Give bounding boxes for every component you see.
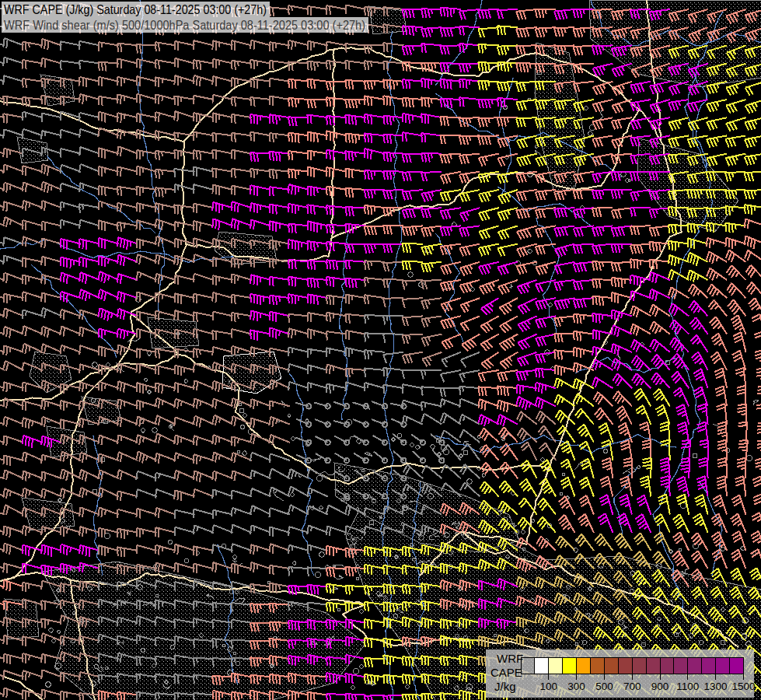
svg-text:700: 700 [623, 681, 641, 692]
svg-text:J/kg: J/kg [494, 680, 516, 693]
svg-text:100: 100 [540, 681, 558, 692]
svg-text:1500: 1500 [731, 681, 755, 692]
svg-text:WRF Wind shear (m/s) 500/1000h: WRF Wind shear (m/s) 500/1000hPa Saturda… [4, 18, 365, 33]
svg-text:CAPE: CAPE [490, 666, 522, 679]
svg-text:900: 900 [651, 681, 669, 692]
svg-text:WRF: WRF [497, 652, 523, 665]
svg-text:300: 300 [567, 681, 585, 692]
svg-text:WRF CAPE (J/kg) Saturday 08-11: WRF CAPE (J/kg) Saturday 08-11-2025 03:0… [4, 2, 267, 17]
svg-text:1300: 1300 [704, 681, 728, 692]
svg-text:500: 500 [595, 681, 613, 692]
svg-text:1100: 1100 [676, 681, 699, 692]
